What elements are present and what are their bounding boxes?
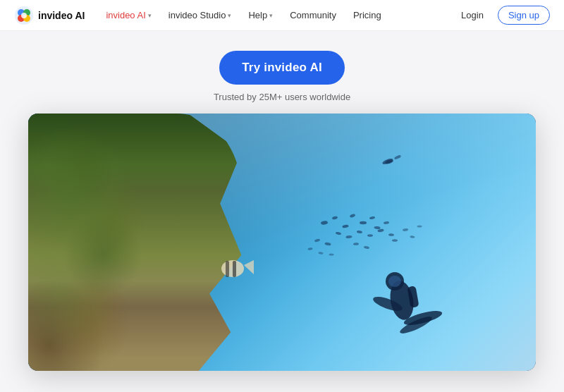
nav-items: invideo AI ▾ invideo Studio ▾ Help ▾ Com… [99, 6, 455, 24]
nav-item-invideo-studio[interactable]: invideo Studio ▾ [161, 6, 239, 24]
nav-item-community[interactable]: Community [283, 6, 343, 24]
signup-button[interactable]: Sign up [498, 6, 550, 25]
nav-item-help[interactable]: Help ▾ [241, 6, 280, 24]
underwater-scene [28, 114, 536, 371]
try-invideo-button[interactable]: Try invideo AI [219, 51, 345, 85]
logo-icon [14, 6, 34, 25]
coral-texture [28, 114, 241, 371]
chevron-down-icon: ▾ [228, 12, 231, 19]
hero-section: Try invideo AI Trusted by 25M+ users wor… [0, 31, 564, 114]
hero-video-frame [28, 114, 536, 371]
chevron-down-icon: ▾ [269, 12, 273, 19]
nav-item-invideo-ai[interactable]: invideo AI ▾ [99, 6, 158, 24]
svg-point-5 [21, 13, 27, 18]
chevron-down-icon: ▾ [148, 12, 152, 19]
brand-name: invideo AI [38, 10, 85, 21]
trusted-users-text: Trusted by 25M+ users worldwide [214, 92, 350, 102]
navbar: invideo AI invideo AI ▾ invideo Studio ▾… [0, 0, 564, 31]
logo-link[interactable]: invideo AI [14, 6, 85, 25]
login-button[interactable]: Login [455, 6, 489, 24]
nav-item-pricing[interactable]: Pricing [346, 6, 388, 24]
auth-buttons: Login Sign up [455, 6, 550, 25]
